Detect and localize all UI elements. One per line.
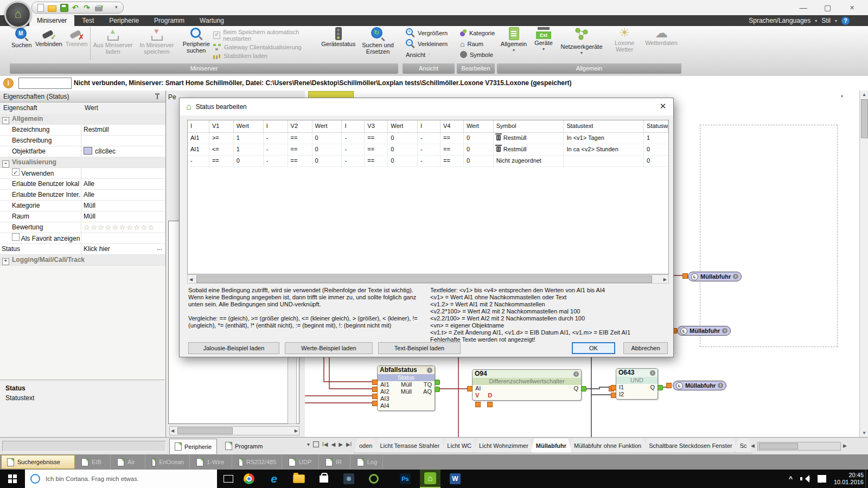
dock-tab-suchergebnisse[interactable]: Suchergebnisse (1, 455, 75, 469)
property-row-bewertung[interactable]: Bewertung☆☆☆☆☆☆☆☆☆☆ (0, 222, 165, 233)
column-header-wert[interactable]: Wert (234, 120, 264, 132)
taskbar-photoshop[interactable]: Ps (395, 470, 416, 488)
verbinden-button[interactable]: Verbinden (33, 26, 64, 62)
property-value[interactable]: ☆☆☆☆☆☆☆☆☆☆ (81, 222, 165, 233)
property-row-logging-mail-call-track[interactable]: +Logging/Mail/Call/Track (0, 255, 165, 266)
taskbar-explorer[interactable] (289, 470, 309, 488)
in-miniserver-speichern-button[interactable]: In Miniserver speichern (135, 26, 180, 62)
last-sheet-icon[interactable]: ▶Ι (346, 441, 352, 447)
column-header-statustext[interactable]: Statustext (564, 120, 644, 132)
gerätestatus-button[interactable]: Gerätestatus (319, 26, 358, 62)
sheet-tab-müllabfuhr-ohne-funktion[interactable]: Müllabfuhr ohne Funktion (569, 439, 647, 453)
taskbar-clock[interactable]: 20:45 10.01.2016 (834, 472, 864, 486)
output-connector[interactable] (658, 385, 663, 390)
dock-tab-eib[interactable]: EIB (76, 455, 111, 469)
redo-icon[interactable]: ↷ (84, 4, 91, 11)
sheet-tab-schaltbare-steckdosen-fenster[interactable]: Schaltbare Steckdosen Fenster (643, 439, 737, 453)
taskbar-store[interactable] (314, 470, 334, 488)
show-desktop-button[interactable] (865, 470, 868, 488)
property-value[interactable]: Restmüll (81, 125, 165, 135)
property-row-status[interactable]: StatusKlick hier... (0, 244, 165, 255)
property-value[interactable] (81, 136, 165, 146)
checkbox-icon[interactable] (12, 168, 20, 176)
taskbar-app[interactable] (339, 470, 359, 488)
scroll-right-icon[interactable]: ▶ (663, 277, 667, 282)
next-sheet-icon[interactable]: ▶ (339, 441, 343, 447)
property-value[interactable]: Alle (81, 190, 165, 200)
ribbon-tab-test[interactable]: Test (74, 15, 101, 26)
property-row-visualisierung[interactable]: −Visualisierung (0, 157, 165, 168)
pin-icon[interactable] (155, 93, 160, 100)
gateway-clientaktualisierung-checkbox[interactable]: Gateway Clientaktualisierung (213, 44, 319, 50)
scroll-left-icon[interactable]: ◀ (171, 428, 174, 433)
panel-tab-programm[interactable]: Programm (220, 439, 267, 453)
maximize-button[interactable]: ▢ (815, 0, 840, 15)
peripherie-suchen-button[interactable]: Peripherie suchen (179, 26, 213, 62)
info-icon[interactable]: i (427, 368, 432, 373)
taskbar-chrome[interactable] (239, 470, 259, 488)
vergrößern-button[interactable]: Vergrößern (406, 28, 455, 37)
dock-tab-1-wire[interactable]: 1-Wire (191, 455, 232, 469)
property-row-erlaubte-benutzer-inter-[interactable]: Erlaubte Benutzer Inter...Alle (0, 190, 165, 201)
ansicht-button[interactable]: Ansicht▾ (406, 50, 455, 59)
action-center-icon[interactable] (818, 475, 826, 483)
start-button[interactable] (0, 470, 25, 488)
app-menu-button[interactable]: ⌂ (4, 1, 31, 28)
verkleinern-button[interactable]: Verkleinern (406, 39, 455, 48)
property-row-allgemein[interactable]: −Allgemein (0, 114, 165, 125)
dock-tab-udp[interactable]: UDP (283, 455, 319, 469)
property-value[interactable]: Müll (81, 211, 165, 222)
save-icon[interactable] (60, 4, 68, 12)
property-row-beschreibung[interactable]: Beschreibung (0, 136, 165, 146)
object-label-muellabfuhr[interactable]: L Müllabfuhr i (677, 326, 731, 336)
minimize-button[interactable]: — (791, 0, 815, 15)
table-row[interactable]: AI1<=1-==0-==0-==0RestmüllIn ca <v2> Stu… (188, 144, 668, 156)
quick-access-dropdown-icon[interactable]: ▾ (115, 4, 118, 10)
property-row-als-favorit-anzeigen[interactable]: Als Favorit anzeigen (0, 233, 165, 244)
allgemein-button[interactable]: Allgemein▾ (497, 26, 531, 62)
output-connector[interactable] (435, 387, 440, 392)
input-connector[interactable] (372, 401, 378, 406)
statistiken-laden-checkbox[interactable]: Statistiken laden (213, 53, 319, 59)
tree-horizontal-scrollbar[interactable]: ◀ ▶ (169, 426, 299, 435)
tabs-scroll-right-icon[interactable]: ▶ (843, 443, 847, 448)
dialog-close-icon[interactable]: ✕ (655, 99, 671, 113)
table-row[interactable]: -==0-==0-==0-==0Nicht zugeordnet0 (188, 156, 668, 167)
scroll-up-icon[interactable]: ▲ (860, 92, 868, 97)
column-header-v2[interactable]: V2 (288, 120, 312, 132)
languages-menu[interactable]: Sprachen/Languages (749, 17, 810, 24)
volume-muted-icon[interactable]: × (800, 475, 810, 483)
sheet-menu-icon[interactable]: ▾ (307, 441, 310, 447)
input-connector[interactable] (467, 386, 473, 391)
sheet-tab-licht-wohnzimmer[interactable]: Licht Wohnzimmer (474, 439, 534, 453)
sheet-tabs-scrollbar[interactable] (757, 442, 841, 451)
column-header-v3[interactable]: V3 (365, 120, 388, 132)
open-file-icon[interactable] (48, 5, 56, 12)
property-row-kategorie[interactable]: KategorieMüll (0, 201, 165, 211)
dock-tab-ir[interactable]: IR (320, 455, 350, 469)
help-button[interactable]: ? (841, 17, 850, 25)
jalousie-example-button[interactable]: Jalousie-Beispiel laden (188, 342, 279, 354)
column-header-i[interactable]: I (264, 120, 288, 132)
ribbon-tab-peripherie[interactable]: Peripherie (101, 15, 146, 26)
expander-icon[interactable]: − (2, 117, 9, 124)
info-icon[interactable]: i (733, 274, 738, 279)
dock-tab-log[interactable]: Log (352, 455, 383, 469)
loxone-wetter-button[interactable]: ☀Loxone Wetter (607, 26, 642, 62)
expander-icon[interactable]: − (2, 160, 9, 168)
netzwerkgeräte-button[interactable]: Netzwerkgeräte▾ (557, 26, 607, 62)
object-label-muellabfuhr[interactable]: L Müllabfuhr i (688, 272, 742, 281)
column-header-wert[interactable]: Wert (464, 120, 494, 132)
scrollbar-thumb[interactable] (177, 427, 233, 434)
suchen-button[interactable]: Suchen (10, 26, 33, 62)
sheet-tab-licht-wc[interactable]: Licht WC (442, 439, 477, 453)
column-header-v4[interactable]: V4 (441, 120, 464, 132)
table-row[interactable]: AI1>=1-==0-==0-==0RestmüllIn <v1> Tagen1 (188, 133, 668, 144)
taskbar-loxone-config-active[interactable]: ⌂ (420, 470, 441, 488)
print-icon[interactable] (95, 7, 103, 11)
info-icon[interactable]: i (722, 328, 727, 333)
checkbox-icon[interactable] (12, 233, 20, 241)
dialog-titlebar[interactable]: ⌂ Status bearbeiten ✕ (180, 98, 673, 115)
scrollbar-thumb[interactable] (861, 99, 868, 138)
input-connector[interactable] (666, 383, 672, 388)
